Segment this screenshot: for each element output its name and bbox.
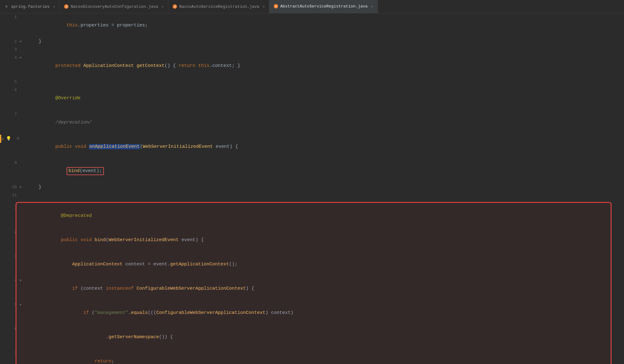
code-line: 3 ApplicationContext context = event.get… xyxy=(0,252,624,277)
fold-icon xyxy=(19,161,22,165)
fold-icon xyxy=(19,206,22,210)
tab-abstract-auto-service[interactable]: J AbstractAutoServiceRegistration.java ✕ xyxy=(269,0,378,13)
tab-nacos-discovery[interactable]: J NacosDiscoveryAutoConfiguration.java ✕ xyxy=(60,0,168,13)
fold-icon xyxy=(19,113,22,116)
fold-icon[interactable]: ▼ xyxy=(19,279,22,282)
fold-icon xyxy=(19,80,22,84)
fold-icon[interactable]: ▼ xyxy=(19,56,22,60)
tab-bar: ⚙ spring.factories ✕ J NacosDiscoveryAut… xyxy=(0,0,624,13)
code-line-deprecated: 1 @Deprecated xyxy=(0,204,624,228)
line-number: 2 xyxy=(11,38,17,46)
code-line: 4 ▼ if (context instanceof ConfigurableW… xyxy=(0,277,624,301)
fold-icon[interactable]: ▼ xyxy=(19,40,22,44)
line-number: 3 xyxy=(11,46,17,54)
code-line: 1 this.properties = properties; xyxy=(0,13,624,38)
fold-icon xyxy=(19,327,22,331)
tab-label: NacosDiscoveryAutoConfiguration.java xyxy=(71,4,158,9)
code-line-bind-def: 2 public void bind(WebServerInitializedE… xyxy=(0,228,624,252)
code-line: 10 ▼ } xyxy=(0,183,624,191)
line-number: 2 xyxy=(11,228,17,236)
line-number: 4 xyxy=(11,277,17,285)
code-line: 6 .getServerNamespace()) { xyxy=(0,325,624,349)
line-number: 9 xyxy=(11,159,17,167)
line-number: 6 xyxy=(11,86,17,94)
tab-nacos-auto-service[interactable]: J NacosAutoServiceRegistration.java ✕ xyxy=(168,0,269,13)
close-icon[interactable]: ✕ xyxy=(371,4,373,8)
fold-icon xyxy=(19,230,22,234)
fold-icon[interactable]: ▼ xyxy=(19,185,22,189)
code-line-bind: 9 bind(event); xyxy=(0,159,624,183)
code-line: 2 ▼ } xyxy=(0,38,624,46)
line-number: 3 xyxy=(11,252,17,260)
java-icon: J xyxy=(274,4,278,8)
line-number: 11 xyxy=(11,191,17,199)
line-number: 8 xyxy=(13,135,19,143)
fold-icon[interactable] xyxy=(19,16,22,19)
fold-icon xyxy=(19,352,22,355)
red-box-container: 1 @Deprecated 2 public void bind(WebServ… xyxy=(0,202,624,364)
java-icon: J xyxy=(173,4,177,9)
code-line: 4 ▼ protected ApplicationContext getCont… xyxy=(0,54,624,78)
line-number: 7 xyxy=(11,349,17,357)
code-line: 5 ▼ if ("management".equals(((Configurab… xyxy=(0,301,624,325)
tab-spring-factories[interactable]: ⚙ spring.factories ✕ xyxy=(0,0,60,13)
code-line: 3 xyxy=(0,46,624,54)
fold-icon xyxy=(21,137,25,141)
code-line-on-application-event: ⚠ 💡 8 public void onApplicationEvent(Web… xyxy=(0,135,624,159)
code-line: 7 /deprecation/ xyxy=(0,110,624,135)
tab-label: NacosAutoServiceRegistration.java xyxy=(179,4,259,9)
close-icon[interactable]: ✕ xyxy=(53,5,55,9)
factories-icon: ⚙ xyxy=(4,4,9,9)
code-area: 1 this.properties = properties; 2 ▼ } 3 … xyxy=(0,13,624,364)
line-number: 4 xyxy=(11,54,17,62)
line-number: 5 xyxy=(11,78,17,86)
code-line: 11 xyxy=(0,191,624,199)
tab-label: spring.factories xyxy=(11,4,50,9)
line-number: 5 xyxy=(11,301,17,309)
warning-icon: ⚠ xyxy=(2,135,4,143)
code-line: 6 @Override xyxy=(0,86,624,110)
fold-icon xyxy=(19,88,22,92)
java-icon: J xyxy=(64,4,68,9)
line-number: 7 xyxy=(11,110,17,119)
fold-icon xyxy=(19,254,22,258)
fold-icon[interactable]: ▼ xyxy=(19,303,22,307)
code-line: 5 xyxy=(0,78,624,86)
code-line: 7 return; xyxy=(0,349,624,364)
close-icon[interactable]: ✕ xyxy=(263,5,265,9)
bulb-icon[interactable]: 💡 xyxy=(6,135,11,143)
line-number: 1 xyxy=(11,13,17,21)
close-icon[interactable]: ✕ xyxy=(161,5,164,9)
line-number: 6 xyxy=(11,325,17,333)
tab-label: AbstractAutoServiceRegistration.java xyxy=(280,4,368,9)
line-number: 10 xyxy=(11,183,17,191)
fold-icon xyxy=(19,194,22,197)
fold-icon xyxy=(19,48,22,52)
line-number: 1 xyxy=(11,204,17,212)
